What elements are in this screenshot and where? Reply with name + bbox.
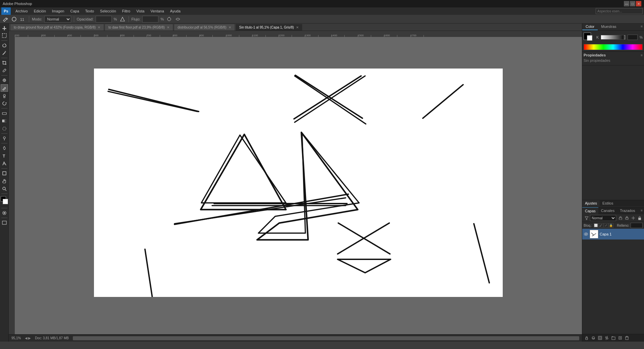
color-panel-menu[interactable]: ≡ bbox=[639, 24, 644, 30]
tab-1-close[interactable]: ✕ bbox=[167, 26, 169, 29]
layer-visibility-icon[interactable] bbox=[584, 232, 588, 236]
filter-kind-icon[interactable] bbox=[584, 215, 589, 221]
crop-tool[interactable] bbox=[1, 59, 8, 67]
tab-2-close[interactable]: ✕ bbox=[229, 26, 231, 29]
menu-texto[interactable]: Texto bbox=[83, 8, 97, 14]
gradient-tool[interactable] bbox=[1, 117, 8, 125]
lock-image-icon[interactable] bbox=[624, 215, 630, 221]
brush-size-icon[interactable]: 11 bbox=[19, 16, 26, 23]
k-slider-handle[interactable] bbox=[624, 35, 625, 39]
tab-canales[interactable]: Canales bbox=[598, 207, 617, 214]
tab-2[interactable]: distribucior.pdf al 56,5% (RGB/8) ✕ bbox=[174, 24, 235, 31]
close-button[interactable]: ✕ bbox=[636, 1, 641, 6]
layer-mode-dropdown[interactable]: Normal bbox=[590, 215, 616, 221]
color-selector[interactable] bbox=[1, 196, 8, 206]
zoom-tool[interactable] bbox=[1, 185, 8, 192]
drawing-canvas[interactable] bbox=[94, 69, 503, 297]
brush-preset-icon[interactable] bbox=[11, 16, 17, 23]
hand-tool[interactable] bbox=[1, 177, 8, 185]
svg-line-40 bbox=[423, 85, 463, 118]
magic-wand-tool[interactable] bbox=[1, 49, 8, 57]
tab-estilos[interactable]: Estilos bbox=[600, 200, 616, 206]
maximize-button[interactable]: □ bbox=[630, 1, 635, 6]
new-layer-icon[interactable] bbox=[617, 335, 623, 341]
shape-tool[interactable] bbox=[1, 170, 8, 177]
canvas-inner[interactable] bbox=[15, 31, 582, 334]
layers-panel-menu[interactable]: ≡ bbox=[639, 207, 644, 214]
options-bar: 11 Modo: Normal Multiplicar Pantalla Opa… bbox=[0, 15, 644, 24]
tab-1[interactable]: to daw first floor.pdf al 23,9% (RGB/8) … bbox=[105, 24, 173, 31]
tab-ajustes[interactable]: Ajustes bbox=[582, 200, 600, 206]
blok-icon-1[interactable]: ⬜ bbox=[594, 223, 598, 228]
menu-ventana[interactable]: Ventana bbox=[148, 8, 166, 14]
clone-stamp-tool[interactable] bbox=[1, 92, 8, 99]
history-brush-tool[interactable] bbox=[1, 100, 8, 107]
new-group-icon[interactable] bbox=[610, 335, 616, 341]
eraser-tool[interactable] bbox=[1, 110, 8, 117]
k-value-input[interactable]: 100 bbox=[628, 35, 638, 40]
background-color[interactable] bbox=[3, 199, 8, 204]
brush-tool-icon[interactable] bbox=[2, 16, 9, 23]
pen-tool[interactable] bbox=[1, 144, 8, 152]
blok-icon-4[interactable]: 🔒 bbox=[609, 223, 613, 228]
opacidad-input[interactable]: 100 bbox=[96, 16, 112, 23]
delete-layer-icon[interactable] bbox=[624, 335, 630, 341]
screen-mode-tool[interactable] bbox=[1, 219, 8, 226]
menu-archivo[interactable]: Archivo bbox=[13, 8, 31, 14]
bg-swatch[interactable] bbox=[587, 35, 592, 41]
smoothing-icon[interactable] bbox=[175, 16, 181, 23]
link-layers-icon[interactable] bbox=[584, 335, 590, 341]
add-style-icon[interactable]: fx bbox=[590, 335, 596, 341]
menu-ayuda[interactable]: Ayuda bbox=[167, 8, 183, 14]
tab-trazados[interactable]: Trazados bbox=[617, 207, 638, 214]
menu-capa[interactable]: Capa bbox=[67, 8, 82, 14]
relleno-input[interactable]: 100% bbox=[631, 223, 643, 228]
nav-prev[interactable]: ◀ bbox=[25, 336, 28, 340]
airbrush-icon[interactable] bbox=[166, 16, 172, 23]
menu-filtro[interactable]: Filtro bbox=[119, 8, 133, 14]
properties-expand-icon[interactable]: ≡ bbox=[641, 53, 643, 57]
tab-3[interactable]: Sin título-1 al 95,1% (Capa 1, Gris/8) ✕ bbox=[236, 24, 302, 31]
lock-position-icon[interactable] bbox=[631, 215, 636, 221]
scroll-bar-bottom[interactable] bbox=[73, 336, 579, 340]
type-tool[interactable]: T bbox=[1, 152, 8, 160]
path-selection-tool[interactable] bbox=[1, 160, 8, 167]
menu-vista[interactable]: Vista bbox=[134, 8, 147, 14]
minimize-button[interactable]: — bbox=[624, 1, 629, 6]
tab-0-close[interactable]: ✕ bbox=[98, 26, 100, 29]
eyedropper-tool[interactable] bbox=[1, 67, 8, 74]
selection-tool[interactable] bbox=[1, 32, 8, 39]
modo-dropdown[interactable]: Normal Multiplicar Pantalla bbox=[44, 16, 71, 23]
tab-color[interactable]: Color bbox=[582, 24, 598, 30]
v-ruler bbox=[9, 37, 15, 334]
add-adjustment-icon[interactable] bbox=[604, 335, 610, 341]
search-input[interactable] bbox=[596, 8, 643, 14]
dodge-tool[interactable] bbox=[1, 135, 8, 142]
menu-seleccion[interactable]: Selección bbox=[97, 8, 119, 14]
pressure-opacity-icon[interactable] bbox=[119, 16, 126, 23]
tab-3-close[interactable]: ✕ bbox=[296, 26, 299, 29]
blok-icon-3[interactable]: ⤢ bbox=[604, 223, 608, 228]
add-mask-icon[interactable] bbox=[597, 335, 603, 341]
nav-next[interactable]: ▶ bbox=[28, 336, 31, 340]
spot-healing-tool[interactable] bbox=[1, 77, 8, 84]
quick-mask-tool[interactable] bbox=[1, 209, 8, 217]
blok-icon-2[interactable]: 🖊 bbox=[599, 223, 603, 228]
color-fg-bg-picker[interactable] bbox=[584, 33, 594, 42]
flujo-input[interactable]: 100 bbox=[142, 16, 158, 23]
color-spectrum[interactable] bbox=[584, 44, 643, 50]
tab-muestras[interactable]: Muestras bbox=[598, 24, 620, 30]
menu-imagen[interactable]: Imagen bbox=[49, 8, 67, 14]
svg-point-57 bbox=[585, 233, 587, 235]
tab-0[interactable]: to draw ground floor.pdf al 432% (Fondo … bbox=[10, 24, 104, 31]
layer-row-0[interactable]: Capa 1 bbox=[582, 229, 644, 239]
k-slider[interactable] bbox=[601, 35, 626, 40]
move-tool[interactable] bbox=[1, 24, 8, 32]
brush-tool[interactable] bbox=[1, 84, 8, 92]
lasso-tool[interactable] bbox=[1, 42, 8, 49]
blur-tool[interactable] bbox=[1, 125, 8, 132]
lock-all-icon[interactable] bbox=[637, 215, 643, 221]
tab-capas[interactable]: Capas bbox=[582, 207, 598, 214]
lock-transparency-icon[interactable] bbox=[617, 215, 623, 221]
menu-edicion[interactable]: Edición bbox=[31, 8, 49, 14]
